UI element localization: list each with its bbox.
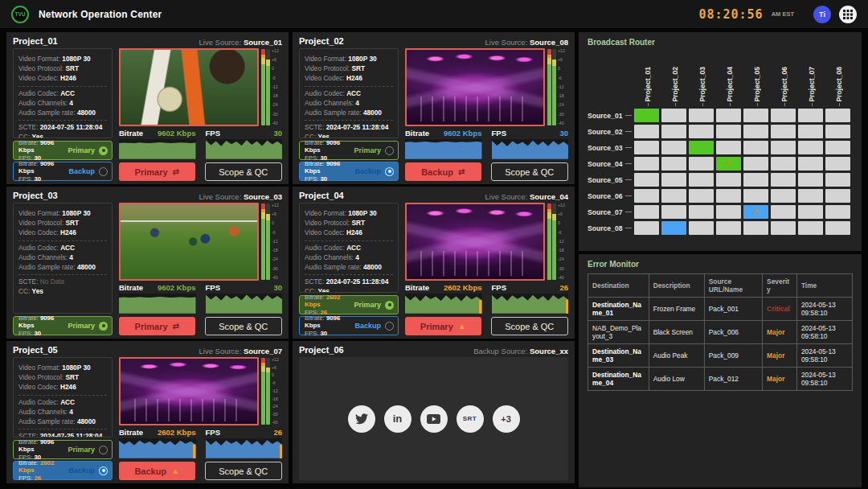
- stream-row-primary[interactable]: Bitrate: 2602 KbpsFPS: 26Primary: [299, 295, 399, 314]
- router-cell[interactable]: [661, 205, 686, 219]
- router-cell[interactable]: [634, 189, 659, 203]
- router-cell[interactable]: [771, 109, 796, 122]
- youtube-icon[interactable]: [420, 405, 448, 433]
- stream-row-backup[interactable]: Bitrate: 2602 KbpsFPS: 26Backup: [13, 461, 113, 480]
- srt-icon[interactable]: SRT: [457, 405, 484, 433]
- router-cell[interactable]: [825, 205, 850, 219]
- router-cell[interactable]: [825, 125, 850, 138]
- stream-row-primary[interactable]: Bitrate: 9096 KbpsFPS: 30Primary: [13, 316, 113, 335]
- router-cell[interactable]: [689, 125, 714, 138]
- router-cell[interactable]: [743, 109, 768, 122]
- router-cell[interactable]: [743, 125, 768, 138]
- router-cell[interactable]: [743, 189, 768, 203]
- router-cell[interactable]: [716, 141, 741, 154]
- stream-row-primary[interactable]: Bitrate: 9096 KbpsFPS: 30Primary: [299, 141, 399, 160]
- stream-row-primary[interactable]: Bitrate: 9096 KbpsFPS: 30Primary: [13, 440, 113, 459]
- apps-grid-icon[interactable]: [839, 6, 857, 23]
- stream-radio[interactable]: [99, 466, 108, 475]
- router-cell[interactable]: [689, 157, 714, 171]
- router-cell[interactable]: [716, 173, 741, 187]
- stream-row-backup[interactable]: Bitrate: 9096 KbpsFPS: 30Backup: [299, 162, 399, 181]
- router-cell[interactable]: [661, 221, 686, 235]
- scope-qc-button[interactable]: Scope & QC: [491, 317, 569, 335]
- router-cell[interactable]: [716, 189, 741, 203]
- router-cell[interactable]: [661, 189, 686, 203]
- video-thumbnail[interactable]: [119, 203, 259, 281]
- router-cell[interactable]: [825, 157, 850, 171]
- scope-qc-button[interactable]: Scope & QC: [205, 162, 283, 181]
- router-cell[interactable]: [771, 173, 796, 187]
- stream-radio[interactable]: [99, 446, 108, 454]
- video-thumbnail[interactable]: [405, 203, 545, 281]
- router-cell[interactable]: [798, 205, 823, 219]
- router-cell[interactable]: [689, 173, 714, 187]
- router-cell[interactable]: [798, 221, 823, 235]
- stream-radio[interactable]: [99, 322, 108, 331]
- router-cell[interactable]: [661, 109, 686, 122]
- video-thumbnail[interactable]: [119, 48, 259, 126]
- router-cell[interactable]: [798, 173, 823, 187]
- twitter-icon[interactable]: [348, 405, 375, 433]
- error-table-row[interactable]: NAB_Demo_Playout_3Black ScreenPack_006Ma…: [588, 321, 853, 344]
- router-cell[interactable]: [771, 141, 796, 154]
- router-cell[interactable]: [634, 141, 659, 154]
- router-cell[interactable]: [689, 189, 714, 203]
- stream-row-primary[interactable]: Bitrate: 9096 KbpsFPS: 30Primary: [13, 141, 113, 160]
- stream-radio[interactable]: [385, 146, 394, 155]
- router-cell[interactable]: [825, 109, 850, 122]
- stream-radio[interactable]: [385, 322, 394, 331]
- router-cell[interactable]: [798, 109, 823, 122]
- router-cell[interactable]: [825, 189, 850, 203]
- switch-primary-button[interactable]: Primary⇄: [119, 162, 195, 181]
- router-cell[interactable]: ⚠: [743, 205, 768, 219]
- video-thumbnail[interactable]: [119, 357, 259, 425]
- router-cell[interactable]: [634, 109, 659, 122]
- router-cell[interactable]: [689, 109, 714, 122]
- scope-qc-button[interactable]: Scope & QC: [491, 162, 569, 181]
- video-thumbnail[interactable]: [405, 48, 545, 126]
- router-cell[interactable]: [798, 157, 823, 171]
- stream-radio[interactable]: [385, 301, 394, 310]
- router-cell[interactable]: [716, 109, 741, 122]
- error-table-row[interactable]: Destination_Name_03Audio PeakPack_009Maj…: [588, 344, 853, 368]
- error-table-row[interactable]: Destination_Name_04Audio LowPack_012Majo…: [588, 368, 853, 391]
- router-cell[interactable]: [771, 189, 796, 203]
- router-cell[interactable]: [716, 125, 741, 138]
- switch-primary-button[interactable]: Primary▲: [405, 317, 481, 335]
- router-cell[interactable]: [798, 125, 823, 138]
- linkedin-icon[interactable]: in: [384, 405, 411, 433]
- router-cell[interactable]: [661, 157, 686, 171]
- scope-qc-button[interactable]: Scope & QC: [205, 462, 283, 480]
- scope-qc-button[interactable]: Scope & QC: [205, 317, 283, 335]
- router-cell[interactable]: [634, 221, 659, 235]
- stream-radio[interactable]: [99, 146, 108, 155]
- stream-row-backup[interactable]: Bitrate: 9096 KbpsFPS: 30Backup: [13, 162, 113, 181]
- stream-row-backup[interactable]: Bitrate: 9096 KbpsFPS: 30Backup: [299, 316, 399, 335]
- router-cell[interactable]: [634, 173, 659, 187]
- router-cell[interactable]: [771, 157, 796, 171]
- router-cell[interactable]: [771, 205, 796, 219]
- router-cell[interactable]: [798, 189, 823, 203]
- router-cell[interactable]: [771, 125, 796, 138]
- router-cell[interactable]: [634, 125, 659, 138]
- router-cell[interactable]: [634, 205, 659, 219]
- router-cell[interactable]: ⚠: [716, 157, 741, 171]
- router-cell[interactable]: [661, 173, 686, 187]
- switch-primary-button[interactable]: Primary⇄: [119, 317, 195, 335]
- router-cell[interactable]: [689, 221, 714, 235]
- router-cell[interactable]: [825, 141, 850, 154]
- router-cell[interactable]: [634, 157, 659, 171]
- router-cell[interactable]: [689, 205, 714, 219]
- router-cell[interactable]: [771, 221, 796, 235]
- stream-radio[interactable]: [385, 167, 394, 176]
- switch-backup-button[interactable]: Backup⇄: [405, 162, 481, 181]
- router-cell[interactable]: [716, 221, 741, 235]
- router-cell[interactable]: [689, 141, 714, 154]
- error-table-row[interactable]: Destination_Name_01Frozen FramePack_001C…: [588, 298, 853, 321]
- router-cell[interactable]: [825, 221, 850, 235]
- router-cell[interactable]: [716, 205, 741, 219]
- router-cell[interactable]: [743, 141, 768, 154]
- avatar[interactable]: Ti: [813, 6, 831, 23]
- stream-radio[interactable]: [99, 167, 108, 176]
- router-cell[interactable]: [661, 141, 686, 154]
